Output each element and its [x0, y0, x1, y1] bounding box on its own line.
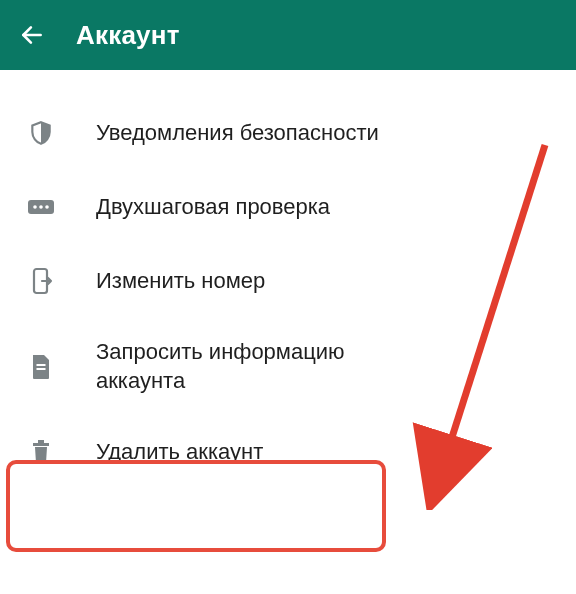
menu-item-change-number[interactable]: Изменить номер — [0, 244, 576, 318]
settings-list: Уведомления безопасности Двухшаговая про… — [0, 70, 576, 509]
svg-rect-9 — [38, 440, 44, 443]
menu-item-label: Двухшаговая проверка — [96, 193, 330, 222]
svg-rect-8 — [33, 443, 49, 446]
menu-item-delete-account[interactable]: Удалить аккаунт — [0, 415, 576, 489]
svg-rect-7 — [37, 368, 46, 370]
back-button[interactable] — [18, 21, 46, 49]
trash-icon — [26, 437, 56, 467]
menu-item-security-notifications[interactable]: Уведомления безопасности — [0, 96, 576, 170]
svg-point-2 — [33, 205, 37, 209]
menu-item-label: Изменить номер — [96, 267, 265, 296]
svg-point-4 — [45, 205, 49, 209]
phone-swap-icon — [26, 266, 56, 296]
password-dots-icon — [26, 192, 56, 222]
menu-item-request-account-info[interactable]: Запросить информацию аккаунта — [0, 318, 576, 415]
document-icon — [26, 352, 56, 382]
app-bar: Аккаунт — [0, 0, 576, 70]
svg-rect-6 — [37, 364, 46, 366]
menu-item-label: Удалить аккаунт — [96, 438, 263, 467]
svg-point-3 — [39, 205, 43, 209]
menu-item-label: Запросить информацию аккаунта — [96, 338, 386, 395]
menu-item-label: Уведомления безопасности — [96, 119, 379, 148]
arrow-left-icon — [19, 22, 45, 48]
page-title: Аккаунт — [76, 20, 180, 51]
shield-icon — [26, 118, 56, 148]
menu-item-two-step-verification[interactable]: Двухшаговая проверка — [0, 170, 576, 244]
